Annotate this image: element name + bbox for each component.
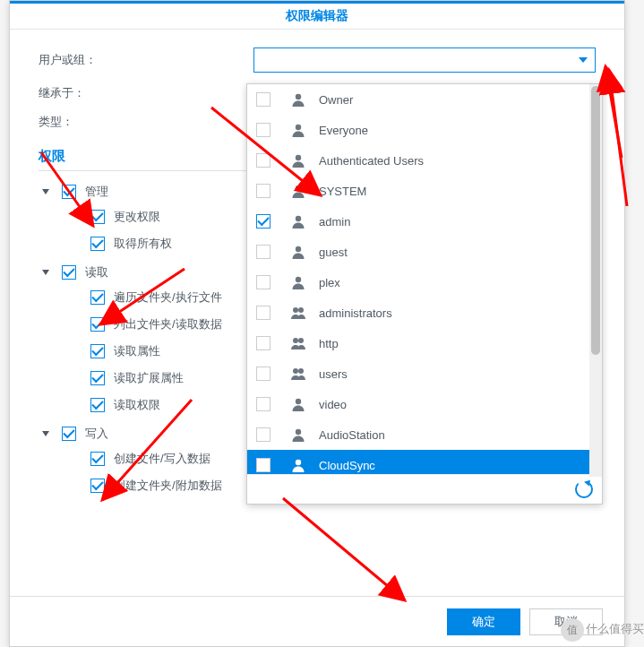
label-type: 类型：: [39, 114, 253, 130]
checkbox[interactable]: [90, 290, 105, 305]
group-icon: [290, 305, 306, 321]
user-icon: [290, 244, 306, 260]
dropdown-item-label: admin: [319, 215, 350, 229]
dropdown-footer: [247, 474, 602, 504]
dropdown-item-label: http: [319, 337, 339, 350]
tree-item-label: 读取权限: [114, 397, 160, 413]
checkbox[interactable]: [90, 479, 105, 493]
dropdown-item-label: users: [319, 367, 348, 381]
checkbox[interactable]: [90, 371, 105, 385]
label-inherit-from: 继承于：: [39, 85, 253, 101]
tree-item-label: 创建文件夹/附加数据: [114, 478, 222, 494]
svg-point-5: [296, 246, 301, 252]
svg-point-1: [296, 125, 301, 130]
svg-point-14: [296, 429, 301, 435]
tree-item-label: 读取属性: [114, 343, 160, 359]
tree-item-label: 更改权限: [114, 209, 160, 225]
checkbox[interactable]: [90, 398, 105, 412]
group-icon: [290, 335, 306, 351]
user-icon: [290, 183, 306, 199]
label-user-or-group: 用户或组：: [39, 52, 253, 68]
svg-point-7: [293, 307, 298, 313]
checkbox[interactable]: [90, 317, 105, 332]
user-icon: [290, 457, 306, 473]
dropdown-item[interactable]: CloudSync: [247, 450, 602, 474]
checkbox[interactable]: [90, 452, 105, 466]
svg-point-8: [298, 307, 304, 313]
checkbox[interactable]: [256, 367, 270, 381]
svg-point-13: [296, 399, 301, 404]
scrollbar-thumb[interactable]: [591, 86, 600, 355]
tree-item-label: 创建文件/写入数据: [114, 451, 210, 467]
checkbox[interactable]: [256, 245, 270, 259]
dropdown-item[interactable]: SYSTEM: [247, 176, 602, 206]
user-icon: [290, 274, 306, 290]
checkbox[interactable]: [256, 397, 270, 411]
chevron-down-icon: [42, 189, 49, 194]
svg-point-6: [296, 277, 301, 282]
tree-group-label: 写入: [85, 426, 108, 442]
checkbox[interactable]: [256, 275, 270, 289]
scrollbar[interactable]: [589, 84, 602, 474]
svg-point-12: [298, 368, 304, 374]
checkbox[interactable]: [256, 92, 270, 107]
tree-item-label: 读取扩展属性: [114, 370, 184, 386]
checkbox[interactable]: [256, 153, 270, 168]
checkbox[interactable]: [256, 458, 270, 472]
dropdown-item[interactable]: guest: [247, 237, 602, 267]
checkbox[interactable]: [62, 265, 76, 280]
dropdown-item[interactable]: Authenticated Users: [247, 145, 602, 176]
checkbox[interactable]: [90, 210, 105, 224]
dropdown-item[interactable]: AudioStation: [247, 419, 602, 450]
dropdown-item-label: CloudSync: [319, 459, 375, 472]
dropdown-item-label: video: [319, 398, 347, 411]
dropdown-item[interactable]: admin: [247, 206, 602, 237]
dropdown-item[interactable]: administrators: [247, 298, 602, 328]
dropdown-item-label: administrators: [319, 306, 392, 320]
checkbox[interactable]: [256, 184, 270, 198]
checkbox[interactable]: [256, 336, 270, 350]
user-group-dropdown: OwnerEveryoneAuthenticated UsersSYSTEMad…: [246, 83, 603, 505]
dropdown-item-label: plex: [319, 276, 340, 289]
user-icon: [290, 396, 306, 412]
dropdown-item-label: Owner: [319, 93, 353, 107]
checkbox[interactable]: [256, 214, 270, 229]
user-icon: [290, 427, 306, 443]
checkbox[interactable]: [256, 123, 270, 137]
chevron-down-icon: [42, 431, 49, 436]
user-icon: [290, 91, 306, 108]
checkbox[interactable]: [62, 427, 76, 441]
refresh-icon[interactable]: [575, 480, 593, 498]
svg-point-11: [293, 368, 298, 374]
dropdown-item[interactable]: Everyone: [247, 115, 602, 145]
checkbox[interactable]: [256, 306, 270, 320]
user-icon: [290, 152, 306, 168]
checkbox[interactable]: [90, 344, 105, 358]
select-user-or-group[interactable]: [253, 47, 596, 73]
dropdown-item[interactable]: http: [247, 328, 602, 358]
dropdown-item[interactable]: plex: [247, 267, 602, 298]
user-icon: [290, 122, 306, 138]
svg-point-2: [296, 155, 301, 160]
svg-point-15: [296, 460, 301, 465]
checkbox[interactable]: [90, 237, 105, 251]
ok-button[interactable]: 确定: [447, 608, 520, 635]
dropdown-item-label: guest: [319, 246, 348, 259]
tree-item-label: 取得所有权: [114, 236, 172, 252]
watermark-badge: 值: [561, 618, 584, 642]
dropdown-item-label: Authenticated Users: [319, 154, 424, 168]
dropdown-item[interactable]: video: [247, 389, 602, 419]
tree-group-label: 读取: [85, 264, 108, 280]
dropdown-list[interactable]: OwnerEveryoneAuthenticated UsersSYSTEMad…: [247, 84, 602, 474]
dialog-title: 权限编辑器: [10, 1, 624, 30]
checkbox[interactable]: [256, 427, 270, 442]
checkbox[interactable]: [62, 185, 76, 199]
chevron-down-icon: [579, 57, 588, 63]
dropdown-item-label: Everyone: [319, 124, 368, 137]
svg-point-9: [293, 338, 298, 343]
dropdown-item[interactable]: Owner: [247, 84, 602, 115]
dropdown-item[interactable]: users: [247, 358, 602, 389]
tree-item-label: 列出文件夹/读取数据: [114, 316, 222, 332]
svg-point-10: [298, 338, 304, 343]
dropdown-item-label: AudioStation: [319, 428, 385, 442]
